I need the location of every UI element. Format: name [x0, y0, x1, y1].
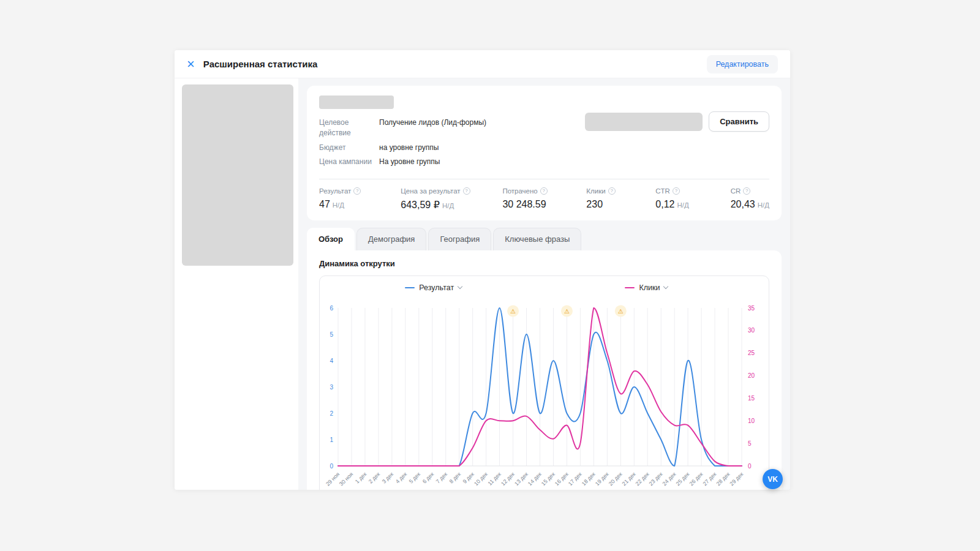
campaign-field: Бюджетна уровне группы [319, 143, 486, 153]
svg-text:27 дек: 27 дек [702, 471, 718, 487]
legend-dash [625, 287, 635, 288]
stat-label: CR? [731, 187, 769, 195]
page-title: Расширенная статистика [203, 59, 317, 69]
svg-text:11 дек: 11 дек [487, 471, 503, 487]
chevron-down-icon[interactable] [663, 283, 668, 288]
info-icon[interactable]: ? [540, 187, 548, 195]
svg-text:14 дек: 14 дек [527, 471, 543, 487]
left-axis-labels: 0123456 [330, 304, 333, 469]
campaign-field-value: на уровне группы [379, 143, 439, 153]
info-icon[interactable]: ? [673, 187, 680, 195]
stat-value-number: 30 248.59 [502, 199, 546, 209]
redacted-selector[interactable] [585, 113, 703, 131]
stat-value: 20,43Н/Д [731, 199, 769, 210]
stat-result: Результат?47Н/Д [319, 187, 401, 211]
svg-text:8 дек: 8 дек [448, 471, 462, 484]
edit-button[interactable]: Редактировать [707, 55, 778, 73]
stat-value: 30 248.59 [502, 199, 586, 210]
x-axis-labels: 29 ноя30 ноя1 дек2 дек3 дек4 дек5 дек6 д… [325, 471, 744, 487]
chart-card: Динамика открутки РезультатКлики 0123456… [307, 250, 782, 490]
svg-text:7 дек: 7 дек [435, 471, 448, 484]
campaign-field-value: На уровне группы [379, 157, 440, 167]
close-icon[interactable]: × [187, 58, 195, 71]
campaign-fields: Целевое действиеПолучение лидов (Лид-фор… [319, 118, 486, 168]
svg-text:5: 5 [748, 440, 752, 446]
stat-suffix: Н/Д [677, 201, 688, 209]
svg-text:22 дек: 22 дек [635, 471, 650, 487]
stat-suffix: Н/Д [442, 202, 454, 209]
svg-text:4: 4 [330, 357, 333, 364]
stat-value-number: 0,12 [655, 199, 674, 209]
svg-text:24 дек: 24 дек [662, 471, 677, 487]
campaign-summary-card: Целевое действиеПолучение лидов (Лид-фор… [307, 86, 782, 220]
svg-text:25 дек: 25 дек [675, 471, 691, 487]
stat-spent: Потрачено?30 248.59 [502, 187, 586, 211]
page-background: × Расширенная статистика Редактировать Ц… [0, 0, 980, 551]
stats-row: Результат?47Н/ДЦена за результат?643,59 … [319, 187, 769, 211]
stat-label: Результат? [319, 187, 401, 195]
campaign-field-value: Получение лидов (Лид-формы) [379, 118, 486, 139]
modal-body: Целевое действиеПолучение лидов (Лид-фор… [175, 78, 790, 490]
svg-text:21 дек: 21 дек [621, 471, 637, 487]
stat-value-number: 643,59 ₽ [401, 200, 440, 210]
svg-text:3: 3 [330, 383, 333, 390]
info-icon[interactable]: ? [743, 187, 750, 195]
stat-value-number: 230 [586, 199, 603, 209]
divider [319, 179, 769, 179]
stat-cost-per-result: Цена за результат?643,59 ₽Н/Д [401, 187, 502, 211]
stat-ctr: CTR?0,12Н/Д [655, 187, 730, 211]
stat-clicks: Клики?230 [586, 187, 655, 211]
svg-text:30: 30 [748, 327, 755, 334]
stat-label-text: Результат [319, 187, 351, 195]
campaign-field: Цена кампанииНа уровне группы [319, 157, 486, 167]
svg-text:10 дек: 10 дек [473, 471, 489, 487]
svg-text:15: 15 [748, 394, 755, 401]
legend-clicks[interactable]: Клики [625, 283, 668, 292]
svg-text:19 дек: 19 дек [594, 471, 610, 487]
stat-value-number: 20,43 [731, 199, 755, 209]
svg-text:18 дек: 18 дек [581, 471, 597, 487]
info-icon[interactable]: ? [608, 187, 616, 195]
svg-text:5: 5 [330, 331, 333, 337]
legend-dash [405, 287, 415, 288]
chart-container: РезультатКлики 01234560510152025303529 н… [319, 276, 769, 490]
tab-bar: ОбзорДемографияГеографияКлючевые фразы [307, 228, 782, 250]
svg-text:1: 1 [330, 436, 333, 443]
stat-label: Цена за результат? [401, 187, 502, 195]
svg-text:4 дек: 4 дек [394, 471, 408, 484]
svg-text:0: 0 [748, 462, 752, 469]
info-icon[interactable]: ? [353, 187, 361, 195]
compare-button[interactable]: Сравнить [709, 111, 769, 132]
legend-label: Результат [419, 283, 454, 292]
chevron-down-icon[interactable] [458, 283, 462, 288]
svg-text:25: 25 [748, 350, 755, 356]
svg-text:10: 10 [748, 417, 755, 424]
warning-icon[interactable]: ⚠ [507, 305, 519, 317]
stat-value: 643,59 ₽Н/Д [401, 199, 502, 211]
svg-text:20: 20 [748, 372, 755, 379]
tab-demographics[interactable]: Демография [356, 228, 426, 250]
modal-header: × Расширенная статистика Редактировать [175, 50, 790, 78]
right-axis-labels: 05101520253035 [748, 304, 755, 469]
tab-geography[interactable]: География [428, 228, 491, 250]
svg-text:13 дек: 13 дек [513, 471, 529, 487]
warning-icon[interactable]: ⚠ [615, 305, 627, 317]
line-chart: 01234560510152025303529 ноя30 ноя1 дек2 … [320, 299, 769, 490]
stat-label-text: CR [731, 187, 741, 195]
legend-result[interactable]: Результат [405, 283, 462, 292]
stat-label-text: Потрачено [502, 187, 537, 195]
legend-label: Клики [639, 283, 660, 292]
chart-legend: РезультатКлики [320, 283, 769, 299]
tab-keywords[interactable]: Ключевые фразы [493, 228, 581, 250]
vk-logo-button[interactable]: VK [763, 469, 783, 489]
svg-text:29 дек: 29 дек [728, 471, 744, 487]
stat-value: 47Н/Д [319, 199, 401, 210]
stat-cr: CR?20,43Н/Д [731, 187, 769, 211]
tab-overview[interactable]: Обзор [307, 228, 355, 250]
warning-icon[interactable]: ⚠ [561, 305, 573, 317]
redacted-campaign-list [182, 84, 293, 266]
svg-text:15 дек: 15 дек [540, 471, 556, 487]
info-icon[interactable]: ? [463, 187, 470, 195]
svg-text:1 дек: 1 дек [354, 471, 368, 484]
svg-text:6 дек: 6 дек [421, 471, 435, 484]
